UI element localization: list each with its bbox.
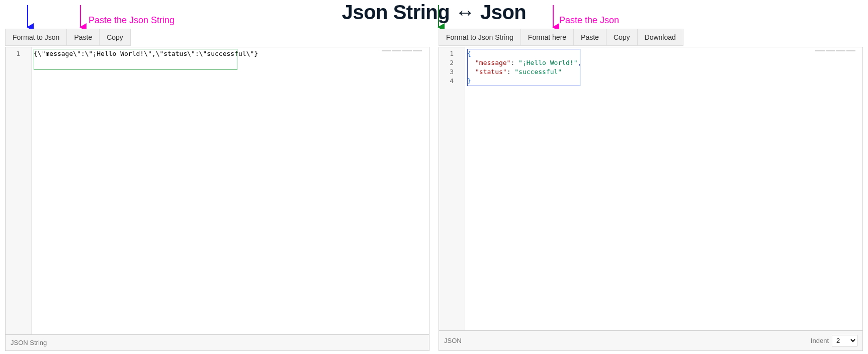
line-number: 2 [439, 58, 465, 67]
copy-right-button[interactable]: Copy [606, 29, 637, 46]
line-number: 1 [6, 49, 31, 58]
format-to-json-string-button[interactable]: Format to Json String [439, 29, 520, 46]
copy-left-button[interactable]: Copy [99, 29, 131, 46]
right-toolbar: Format to Json String Format here Paste … [439, 29, 863, 46]
left-editor[interactable]: 1 {\"message\":\"¡Hello World!\",\"statu… [5, 47, 429, 335]
indent-select[interactable]: 248Tab [832, 335, 857, 346]
code-line: } [467, 77, 860, 86]
right-code-area[interactable]: {"message": "¡Hello World!","status": "s… [467, 49, 860, 328]
line-number: 4 [439, 77, 465, 86]
left-footer: JSON String [5, 335, 429, 351]
code-line: "status": "successful" [467, 67, 860, 77]
left-toolbar: Format to Json Paste Copy [5, 29, 429, 46]
json-string-pane: Format to Json Paste Copy 1 {\"message\"… [5, 29, 429, 351]
paste-left-button[interactable]: Paste [66, 29, 99, 46]
right-editor[interactable]: 1234 {"message": "¡Hello World!","status… [439, 47, 863, 331]
code-line: { [467, 49, 860, 58]
download-button[interactable]: Download [637, 29, 683, 46]
line-number: 3 [439, 67, 465, 77]
indent-label: Indent [811, 337, 829, 344]
left-code-area[interactable]: {\"message\":\"¡Hello World!\",\"status\… [34, 49, 427, 332]
right-footer-label: JSON [444, 337, 462, 344]
left-footer-label: JSON String [11, 339, 47, 346]
format-here-button[interactable]: Format here [520, 29, 573, 46]
line-number: 1 [439, 49, 465, 58]
page-title: Json String ↔ Json [0, 1, 868, 24]
code-line: "message": "¡Hello World!", [467, 58, 860, 67]
json-pane: Format to Json String Format here Paste … [439, 29, 863, 351]
right-gutter: 1234 [439, 47, 465, 330]
right-footer: JSON Indent 248Tab [439, 331, 863, 351]
left-gutter: 1 [6, 47, 32, 334]
format-to-json-button[interactable]: Format to Json [5, 29, 66, 46]
paste-right-button[interactable]: Paste [573, 29, 606, 46]
